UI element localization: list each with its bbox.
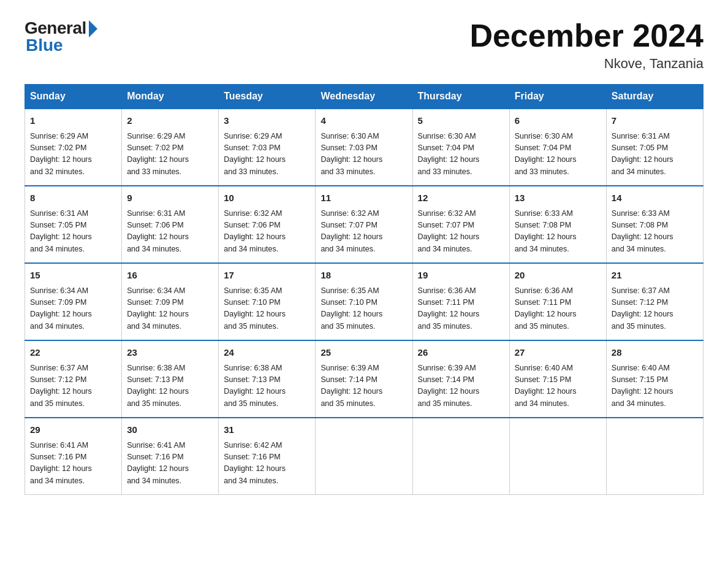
day-info: Sunrise: 6:33 AMSunset: 7:08 PMDaylight:…: [612, 208, 698, 256]
day-number: 14: [612, 191, 698, 205]
day-info: Sunrise: 6:37 AMSunset: 7:12 PMDaylight:…: [612, 285, 698, 333]
day-number: 5: [418, 114, 504, 128]
day-info: Sunrise: 6:30 AMSunset: 7:03 PMDaylight:…: [320, 131, 407, 178]
calendar-weekday-saturday: Saturday: [606, 85, 703, 109]
day-number: 23: [127, 346, 213, 360]
calendar-weekday-tuesday: Tuesday: [219, 85, 316, 109]
day-number: 31: [224, 423, 310, 437]
calendar-cell: 7Sunrise: 6:31 AMSunset: 7:05 PMDaylight…: [606, 109, 703, 186]
calendar-cell: 25Sunrise: 6:39 AMSunset: 7:14 PMDayligh…: [316, 340, 412, 418]
calendar-cell: 10Sunrise: 6:32 AMSunset: 7:06 PMDayligh…: [219, 186, 316, 263]
day-info: Sunrise: 6:40 AMSunset: 7:15 PMDaylight:…: [612, 362, 698, 410]
calendar-week-3: 15Sunrise: 6:34 AMSunset: 7:09 PMDayligh…: [25, 263, 703, 340]
calendar-cell: 8Sunrise: 6:31 AMSunset: 7:05 PMDaylight…: [25, 186, 122, 263]
calendar-cell: 30Sunrise: 6:41 AMSunset: 7:16 PMDayligh…: [122, 418, 219, 495]
day-number: 28: [612, 346, 698, 360]
day-number: 16: [127, 269, 213, 283]
calendar-cell: 17Sunrise: 6:35 AMSunset: 7:10 PMDayligh…: [219, 263, 316, 340]
day-number: 26: [418, 346, 504, 360]
day-number: 30: [127, 423, 213, 437]
calendar-cell: 21Sunrise: 6:37 AMSunset: 7:12 PMDayligh…: [606, 263, 703, 340]
calendar-cell: [509, 418, 606, 495]
calendar-cell: [316, 418, 412, 495]
location: Nkove, Tanzania: [469, 56, 703, 72]
day-info: Sunrise: 6:40 AMSunset: 7:15 PMDaylight:…: [515, 362, 601, 410]
logo-blue-text: Blue: [26, 36, 63, 55]
day-number: 15: [30, 269, 116, 283]
day-number: 18: [320, 269, 407, 283]
day-number: 11: [320, 191, 407, 205]
calendar-cell: 14Sunrise: 6:33 AMSunset: 7:08 PMDayligh…: [606, 186, 703, 263]
day-number: 10: [224, 191, 310, 205]
day-info: Sunrise: 6:39 AMSunset: 7:14 PMDaylight:…: [320, 362, 407, 410]
day-info: Sunrise: 6:34 AMSunset: 7:09 PMDaylight:…: [30, 285, 116, 333]
calendar-weekday-friday: Friday: [509, 85, 606, 109]
calendar-cell: 16Sunrise: 6:34 AMSunset: 7:09 PMDayligh…: [122, 263, 219, 340]
calendar-cell: 18Sunrise: 6:35 AMSunset: 7:10 PMDayligh…: [316, 263, 412, 340]
day-number: 3: [224, 114, 310, 128]
calendar-cell: [412, 418, 509, 495]
day-number: 22: [30, 346, 116, 360]
day-info: Sunrise: 6:31 AMSunset: 7:06 PMDaylight:…: [127, 208, 213, 256]
calendar-weekday-thursday: Thursday: [412, 85, 509, 109]
day-number: 7: [612, 114, 698, 128]
day-info: Sunrise: 6:32 AMSunset: 7:06 PMDaylight:…: [224, 208, 310, 256]
day-number: 13: [515, 191, 601, 205]
day-info: Sunrise: 6:41 AMSunset: 7:16 PMDaylight:…: [30, 440, 116, 488]
day-info: Sunrise: 6:38 AMSunset: 7:13 PMDaylight:…: [224, 362, 310, 410]
day-number: 29: [30, 423, 116, 437]
calendar-weekday-wednesday: Wednesday: [316, 85, 412, 109]
day-info: Sunrise: 6:36 AMSunset: 7:11 PMDaylight:…: [418, 285, 504, 333]
calendar-week-5: 29Sunrise: 6:41 AMSunset: 7:16 PMDayligh…: [25, 418, 703, 495]
calendar-cell: 6Sunrise: 6:30 AMSunset: 7:04 PMDaylight…: [509, 109, 606, 186]
day-info: Sunrise: 6:36 AMSunset: 7:11 PMDaylight:…: [515, 285, 601, 333]
calendar-cell: 20Sunrise: 6:36 AMSunset: 7:11 PMDayligh…: [509, 263, 606, 340]
day-info: Sunrise: 6:37 AMSunset: 7:12 PMDaylight:…: [30, 362, 116, 410]
day-info: Sunrise: 6:29 AMSunset: 7:02 PMDaylight:…: [127, 131, 213, 178]
day-number: 12: [418, 191, 504, 205]
calendar-cell: 23Sunrise: 6:38 AMSunset: 7:13 PMDayligh…: [122, 340, 219, 418]
calendar-cell: 19Sunrise: 6:36 AMSunset: 7:11 PMDayligh…: [412, 263, 509, 340]
calendar-cell: [606, 418, 703, 495]
day-number: 24: [224, 346, 310, 360]
calendar-week-2: 8Sunrise: 6:31 AMSunset: 7:05 PMDaylight…: [25, 186, 703, 263]
day-number: 27: [515, 346, 601, 360]
page-header: General Blue December 2024 Nkove, Tanzan…: [25, 18, 703, 72]
calendar-cell: 4Sunrise: 6:30 AMSunset: 7:03 PMDaylight…: [316, 109, 412, 186]
day-info: Sunrise: 6:39 AMSunset: 7:14 PMDaylight:…: [418, 362, 504, 410]
logo-arrow-icon: [89, 20, 97, 37]
calendar-cell: 29Sunrise: 6:41 AMSunset: 7:16 PMDayligh…: [25, 418, 122, 495]
day-info: Sunrise: 6:31 AMSunset: 7:05 PMDaylight:…: [612, 131, 698, 178]
day-info: Sunrise: 6:29 AMSunset: 7:03 PMDaylight:…: [224, 131, 310, 178]
calendar-week-4: 22Sunrise: 6:37 AMSunset: 7:12 PMDayligh…: [25, 340, 703, 418]
day-number: 8: [30, 191, 116, 205]
day-info: Sunrise: 6:42 AMSunset: 7:16 PMDaylight:…: [224, 440, 310, 488]
calendar-cell: 9Sunrise: 6:31 AMSunset: 7:06 PMDaylight…: [122, 186, 219, 263]
month-title: December 2024: [469, 18, 703, 53]
calendar-cell: 24Sunrise: 6:38 AMSunset: 7:13 PMDayligh…: [219, 340, 316, 418]
day-number: 21: [612, 269, 698, 283]
day-info: Sunrise: 6:32 AMSunset: 7:07 PMDaylight:…: [320, 208, 407, 256]
calendar-week-1: 1Sunrise: 6:29 AMSunset: 7:02 PMDaylight…: [25, 109, 703, 186]
calendar-cell: 26Sunrise: 6:39 AMSunset: 7:14 PMDayligh…: [412, 340, 509, 418]
day-info: Sunrise: 6:31 AMSunset: 7:05 PMDaylight:…: [30, 208, 116, 256]
calendar-cell: 5Sunrise: 6:30 AMSunset: 7:04 PMDaylight…: [412, 109, 509, 186]
day-info: Sunrise: 6:33 AMSunset: 7:08 PMDaylight:…: [515, 208, 601, 256]
day-number: 17: [224, 269, 310, 283]
calendar-weekday-sunday: Sunday: [25, 85, 122, 109]
calendar-table: SundayMondayTuesdayWednesdayThursdayFrid…: [25, 84, 703, 495]
day-info: Sunrise: 6:41 AMSunset: 7:16 PMDaylight:…: [127, 440, 213, 488]
calendar-cell: 28Sunrise: 6:40 AMSunset: 7:15 PMDayligh…: [606, 340, 703, 418]
calendar-cell: 13Sunrise: 6:33 AMSunset: 7:08 PMDayligh…: [509, 186, 606, 263]
day-number: 20: [515, 269, 601, 283]
calendar-cell: 1Sunrise: 6:29 AMSunset: 7:02 PMDaylight…: [25, 109, 122, 186]
day-number: 25: [320, 346, 407, 360]
day-info: Sunrise: 6:35 AMSunset: 7:10 PMDaylight:…: [224, 285, 310, 333]
day-number: 4: [320, 114, 407, 128]
day-info: Sunrise: 6:34 AMSunset: 7:09 PMDaylight:…: [127, 285, 213, 333]
logo: General Blue: [25, 18, 97, 55]
day-number: 19: [418, 269, 504, 283]
day-number: 6: [515, 114, 601, 128]
calendar-weekday-monday: Monday: [122, 85, 219, 109]
calendar-cell: 3Sunrise: 6:29 AMSunset: 7:03 PMDaylight…: [219, 109, 316, 186]
